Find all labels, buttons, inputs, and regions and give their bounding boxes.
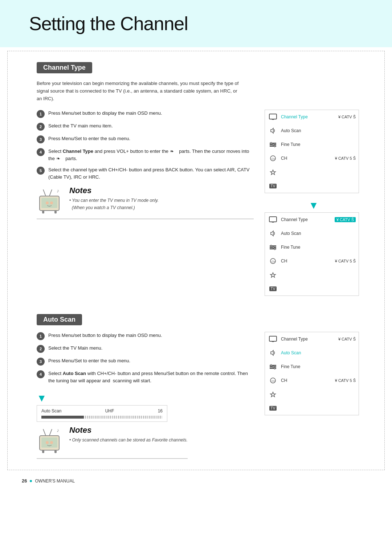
menu-row-setup: Fine Tune xyxy=(265,138,359,151)
auto-scan-steps: 1 Press Menu/set button to display the m… xyxy=(37,332,254,459)
channel-type-description: Before your television can begin memoriz… xyxy=(37,80,240,102)
as-menu-row-sound: Auto Scan xyxy=(265,346,359,360)
svg-rect-26 xyxy=(273,247,274,248)
menu-ch-label: CH xyxy=(281,156,335,161)
tv-menu-box-2: Channel Type ¥ CATV Š Auto Scan Fine T xyxy=(265,212,359,296)
menu-channel-type-label-2: Channel Type xyxy=(281,217,335,222)
auto-step-2-num: 2 xyxy=(37,345,45,353)
auto-scan-notes-content: Notes • Only scanned channels can be sto… xyxy=(69,425,188,444)
svg-text:CH: CH xyxy=(271,379,276,383)
step-4-text: Select Channel Type and press VOL+ butto… xyxy=(48,148,254,162)
auto-scan-heading: Auto Scan xyxy=(37,314,82,325)
as-monitor-icon xyxy=(268,334,278,344)
menu-ch-value-2: ¥ CATV 5 Š xyxy=(335,259,356,263)
svg-rect-9 xyxy=(269,114,277,119)
menu-ch-label-2: CH xyxy=(281,258,335,264)
as-channel-type-value: ¥ CATV Š xyxy=(338,337,356,341)
svg-rect-45 xyxy=(271,364,271,366)
channel-type-notes: ♪ Notes • You can enter the TV menu in T… xyxy=(37,186,254,219)
auto-step-4-num: 4 xyxy=(37,370,45,378)
step-2-text: Select the TV main menu item. xyxy=(48,122,254,130)
step-5-text: Select the channel type with CH+/CH- but… xyxy=(48,166,254,180)
channel-type-content: 1 Press Menu/set button to display the m… xyxy=(37,110,363,303)
svg-rect-2 xyxy=(42,211,44,213)
step-5: 5 Select the channel type with CH+/CH- b… xyxy=(37,166,254,180)
scan-label-right: 16 xyxy=(158,408,163,414)
channel-type-notes-text: • You can enter the TV menu in TV mode o… xyxy=(69,197,254,211)
step-5-num: 5 xyxy=(37,167,45,175)
auto-scan-notes-title: Notes xyxy=(69,425,188,435)
down-arrow-1: ▼ xyxy=(265,200,363,211)
svg-rect-34 xyxy=(54,450,57,453)
svg-line-5 xyxy=(49,190,52,196)
step-4-num: 4 xyxy=(37,148,45,156)
menu-row-monitor: Channel Type ¥ CATV Š xyxy=(265,110,359,124)
page-header: Setting the Channel xyxy=(0,0,392,47)
auto-scan-content: 1 Press Menu/set button to display the m… xyxy=(37,332,363,459)
as-tv-icon: TV xyxy=(268,403,278,413)
menu-ch-value: ¥ CATV 5 Š xyxy=(335,156,356,160)
menu-auto-scan-label: Auto Scan xyxy=(281,128,356,133)
auto-step-2-text: Select the TV Main menu. xyxy=(48,345,254,352)
auto-scan-section: Auto Scan 1 Press Menu/set button to dis… xyxy=(37,314,363,459)
svg-rect-21 xyxy=(272,222,274,223)
channel-icon-2: CH xyxy=(268,256,278,266)
scan-bar-area: ▼ Auto Scan UHF 16 xyxy=(37,391,188,459)
svg-rect-10 xyxy=(272,119,274,120)
auto-step-3-num: 3 xyxy=(37,358,45,366)
scan-label-mid: UHF xyxy=(105,408,114,414)
sound-icon xyxy=(268,126,278,136)
step-3: 3 Press Menu/Set to enter the sub menu. xyxy=(37,135,254,143)
page-footer: 26 OWNER'S MANUAL xyxy=(0,474,392,488)
svg-point-39 xyxy=(50,441,53,444)
svg-rect-46 xyxy=(273,366,274,368)
svg-rect-16 xyxy=(274,145,275,147)
auto-step-1: 1 Press Menu/set button to display the m… xyxy=(37,332,254,340)
svg-line-35 xyxy=(43,429,46,436)
svg-rect-40 xyxy=(269,336,277,341)
tv-menu-box-1: Channel Type ¥ CATV Š Auto Scan xyxy=(265,110,359,193)
as-ch-value: ¥ CATV 5 Š xyxy=(335,378,356,383)
as-menu-row-ch: CH CH ¥ CATV 5 Š xyxy=(265,374,359,387)
step-2: 2 Select the TV main menu item. xyxy=(37,122,254,131)
auto-scan-menu: Channel Type ¥ CATV Š Auto Scan Fine T xyxy=(265,332,363,423)
svg-marker-30 xyxy=(270,273,275,277)
svg-rect-20 xyxy=(269,217,277,222)
channel-type-section: Channel Type Before your television can … xyxy=(37,62,363,303)
notes-mascot: ♪ xyxy=(37,186,66,215)
page-number: 26 xyxy=(22,478,27,484)
svg-point-7 xyxy=(46,201,49,204)
svg-text:♪: ♪ xyxy=(57,427,59,433)
as-auto-scan-label: Auto Scan xyxy=(281,350,356,355)
down-arrow-2: ▼ xyxy=(37,393,188,403)
scan-label-left: Auto Scan xyxy=(41,408,61,414)
auto-step-4-text: Select Auto Scan with CH+/CH- button and… xyxy=(48,370,254,384)
step-3-text: Press Menu/Set to enter the sub menu. xyxy=(48,135,254,142)
setup-icon-2 xyxy=(268,242,278,252)
menu-row-fav xyxy=(265,165,359,179)
auto-step-4: 4 Select Auto Scan with CH+/CH- button a… xyxy=(37,370,254,384)
step-1: 1 Press Menu/set button to display the m… xyxy=(37,110,254,118)
svg-text:CH: CH xyxy=(271,260,276,263)
svg-marker-50 xyxy=(270,392,275,397)
menu-fine-tune-label-2: Fine Tune xyxy=(281,245,356,250)
menu-row-tv: TV xyxy=(265,179,359,193)
channel-type-steps: 1 Press Menu/set button to display the m… xyxy=(37,110,254,219)
menu-row-sound-2: Auto Scan xyxy=(265,227,359,240)
as-menu-row-setup: Fine Tune xyxy=(265,360,359,374)
channel-icon: CH xyxy=(268,153,278,163)
menu-row-monitor-2: Channel Type ¥ CATV Š xyxy=(265,213,359,227)
menu-row-sound: Auto Scan xyxy=(265,124,359,138)
svg-text:CH: CH xyxy=(271,157,276,160)
scan-bar-box: Auto Scan UHF 16 xyxy=(37,405,167,422)
auto-step-2: 2 Select the TV Main menu. xyxy=(37,345,254,353)
step-4: 4 Select Channel Type and press VOL+ but… xyxy=(37,148,254,162)
scan-bar-notes-row: ▼ Auto Scan UHF 16 xyxy=(37,391,254,459)
auto-scan-notes: ♪ Notes • Only scanned channels can be s… xyxy=(37,425,188,459)
menu-row-fav-2 xyxy=(265,268,359,282)
page-title: Setting the Channel xyxy=(29,13,188,34)
svg-line-36 xyxy=(49,429,52,436)
svg-rect-41 xyxy=(272,341,274,342)
sound-icon-2 xyxy=(268,228,278,239)
svg-marker-19 xyxy=(270,170,275,175)
